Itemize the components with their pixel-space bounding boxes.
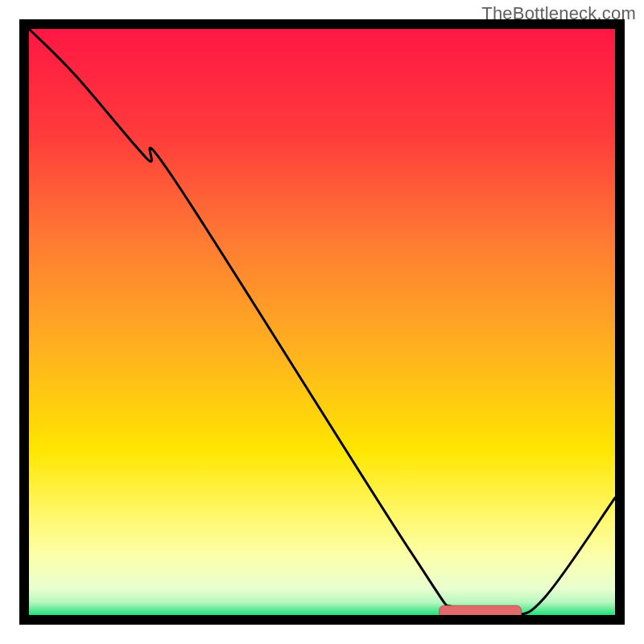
chart-container: { "watermark": "TheBottleneck.com", "col… — [0, 0, 644, 644]
gradient-background — [29, 29, 615, 615]
bottleneck-chart — [0, 0, 644, 644]
plot-area — [29, 29, 615, 618]
